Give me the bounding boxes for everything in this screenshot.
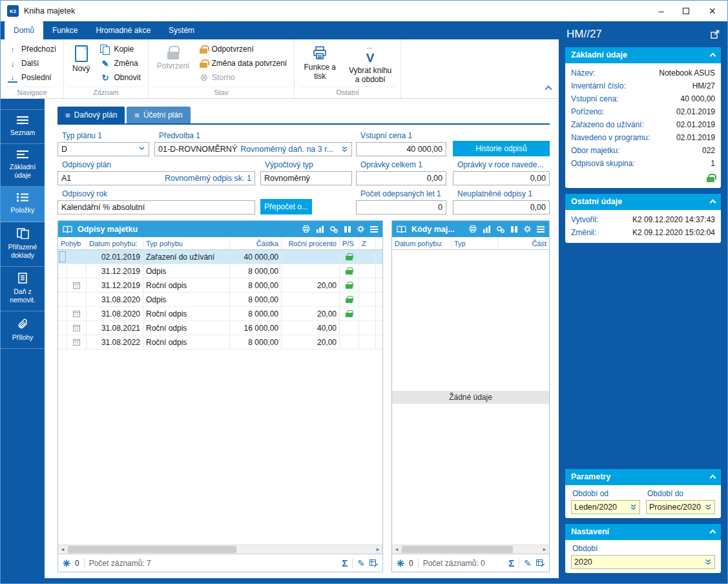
typ-planu-combo[interactable]: D (57, 142, 149, 156)
sum-icon[interactable]: Σ (342, 558, 348, 568)
odpisovy-plan-field[interactable]: A1 Rovnoměrný odpis sk. 1 (57, 171, 255, 185)
zmena-button[interactable]: ✎Změna (98, 56, 143, 70)
novy-button[interactable]: Nový (68, 42, 94, 74)
funkce-a-tisk-button[interactable]: Funkce a tisk (299, 42, 340, 81)
dropdown-icon[interactable] (705, 558, 712, 566)
tab-domu[interactable]: Domů (5, 21, 43, 39)
tab-funkce[interactable]: Funkce (43, 21, 87, 39)
table-row[interactable]: 31.08.2020 Roční odpis 8 000,00 20,00 (58, 307, 382, 321)
scroll-left-icon[interactable]: ◂ (58, 545, 67, 554)
odpotvrzeni-button[interactable]: Odpotvrzení (197, 42, 289, 56)
zmena-data-potvrzeni-button[interactable]: Změna data potvrzení (197, 56, 289, 70)
horizontal-scrollbar[interactable]: ◂ ▸ (58, 545, 382, 554)
tab-ucetni-plan[interactable]: ≡Účetní plán (127, 107, 190, 123)
scroll-left-icon[interactable]: ◂ (392, 545, 401, 554)
obdobi-od-combo[interactable]: Leden/2020 (571, 500, 640, 514)
sidebar-item-zakladni-udaje[interactable]: Základní údaje (1, 144, 45, 187)
col-ps[interactable]: P/S (340, 237, 359, 249)
prepocet-button[interactable]: Přepočet o... (260, 199, 312, 214)
table-row[interactable]: 31.12.2019 Odpis 8 000,00 (58, 264, 382, 278)
col-datum-pohybu[interactable]: Datum pohybu: (87, 237, 143, 249)
opravky-v-roce-field[interactable]: 0,00 (453, 171, 550, 185)
columns-icon[interactable] (344, 225, 351, 233)
print-icon[interactable] (302, 225, 311, 233)
section-header-ostatni[interactable]: Ostatní údaje (565, 194, 721, 210)
columns-icon[interactable] (510, 225, 518, 233)
asterisk-icon[interactable] (63, 559, 70, 567)
tab-system[interactable]: Systém (160, 21, 203, 39)
table-row[interactable]: 31.08.2020 Odpis 8 000,00 (58, 293, 382, 307)
dropdown-icon[interactable] (630, 503, 637, 511)
table-settings-icon[interactable] (536, 559, 545, 567)
edit-icon[interactable]: ✎ (357, 559, 365, 568)
gear-icon[interactable] (357, 225, 365, 233)
collapse-icon[interactable] (710, 475, 716, 481)
section-header-nastaveni[interactable]: Nastavení (565, 524, 721, 540)
asterisk-icon[interactable] (397, 559, 404, 567)
sidebar-item-prilohy[interactable]: Přílohy (1, 311, 45, 349)
chart-icon[interactable] (316, 225, 324, 233)
historie-odpisu-button[interactable]: Historie odpisů (453, 141, 550, 156)
kopie-button[interactable]: Kopie (98, 42, 143, 56)
table-row[interactable]: 31.12.2019 Roční odpis 8 000,00 20,00 (58, 278, 382, 293)
col-typ[interactable]: Typ (452, 237, 498, 249)
odpisovy-rok-field[interactable]: Kalendářní % absolutní (57, 200, 255, 214)
scroll-right-icon[interactable]: ▸ (540, 545, 549, 554)
predvolba-combo[interactable]: 01-D-ROVNOMĚRNÝ Rovnoměrný daň. na 3 r..… (154, 142, 352, 156)
obnovit-button[interactable]: ↻Obnovit (98, 70, 143, 85)
dropdown-icon[interactable] (138, 145, 145, 153)
popout-icon[interactable] (711, 30, 720, 39)
maximize-button[interactable] (683, 8, 689, 14)
collapse-icon[interactable] (710, 53, 716, 59)
tab-danovy-plan[interactable]: ≡Daňový plán (57, 107, 125, 123)
pocet-odepsanych-let-field[interactable]: 0 (356, 200, 446, 214)
scroll-right-icon[interactable]: ▸ (373, 545, 382, 554)
collapse-icon[interactable] (710, 200, 716, 206)
col-castka[interactable]: Částka (230, 237, 282, 249)
sidebar-item-prirazene-doklady[interactable]: Přiřazené doklady (1, 222, 45, 267)
dropdown-icon[interactable] (705, 503, 712, 511)
vypoctovy-typ-field[interactable]: Rovnoměrný (260, 171, 352, 185)
menu-icon[interactable] (370, 226, 378, 233)
col-typ-pohybu[interactable]: Typ pohybu (143, 237, 230, 249)
vstupni-cena-field[interactable]: 40 000,00 (356, 142, 446, 156)
dropdown-icon[interactable] (341, 145, 348, 153)
table-row[interactable]: 31.08.2021 Roční odpis 16 000,00 40,00 (58, 321, 382, 335)
potvrzeni-button[interactable]: Potvrzení (153, 42, 194, 71)
edit-icon[interactable]: ✎ (524, 559, 532, 568)
table-row[interactable]: 02.01.2019 Zařazení do užívání 40 000,00 (58, 250, 382, 264)
sidebar-item-seznam[interactable]: Seznam (1, 109, 45, 144)
neuplatnene-odpisy-field[interactable]: 0,00 (453, 200, 550, 214)
table-settings-icon[interactable] (369, 559, 378, 567)
col-castka[interactable]: Část (498, 237, 549, 249)
section-header-zakladni[interactable]: Základní údaje (565, 47, 721, 63)
vybrat-knihu-button[interactable]: ⋯V Vybrat knihu a období (344, 42, 396, 85)
gears-icon[interactable] (496, 225, 505, 233)
storno-button[interactable]: ⊗Storno (197, 70, 289, 85)
tab-hromadne-akce[interactable]: Hromadné akce (87, 21, 160, 39)
sum-icon[interactable]: Σ (508, 558, 514, 568)
obdobi-combo[interactable]: 2020 (571, 555, 715, 569)
col-rocni-procento[interactable]: Roční procento (282, 237, 340, 249)
gear-icon[interactable] (523, 225, 532, 233)
col-datum-pohybu[interactable]: Datum pohybu: (392, 237, 452, 249)
dalsi-button[interactable]: ↓Další (5, 56, 59, 70)
predchozi-button[interactable]: ↑Předchozí (5, 42, 59, 56)
gears-icon[interactable] (329, 225, 338, 233)
minimize-button[interactable]: – (658, 8, 663, 14)
sidebar-item-polozky[interactable]: Položky (1, 187, 45, 222)
col-z[interactable]: Z (359, 237, 376, 249)
opravky-celkem-field[interactable]: 0,00 (356, 171, 446, 185)
collapse-ribbon-icon[interactable] (545, 85, 552, 92)
menu-icon[interactable] (537, 226, 545, 233)
posledni-button[interactable]: ↓Poslední (5, 70, 59, 85)
print-icon[interactable] (468, 225, 477, 233)
sidebar-item-dan-z-nemovitosti[interactable]: Daň z nemovit. (1, 267, 45, 311)
obdobi-do-combo[interactable]: Prosinec/2020 (646, 500, 715, 514)
collapse-icon[interactable] (710, 530, 716, 536)
horizontal-scrollbar[interactable]: ◂ ▸ (392, 545, 549, 554)
close-button[interactable]: × (709, 6, 716, 16)
table-row[interactable]: 31.08.2022 Roční odpis 8 000,00 20,00 (58, 335, 382, 349)
section-header-parametry[interactable]: Parametry (565, 469, 721, 485)
chart-icon[interactable] (483, 225, 491, 233)
